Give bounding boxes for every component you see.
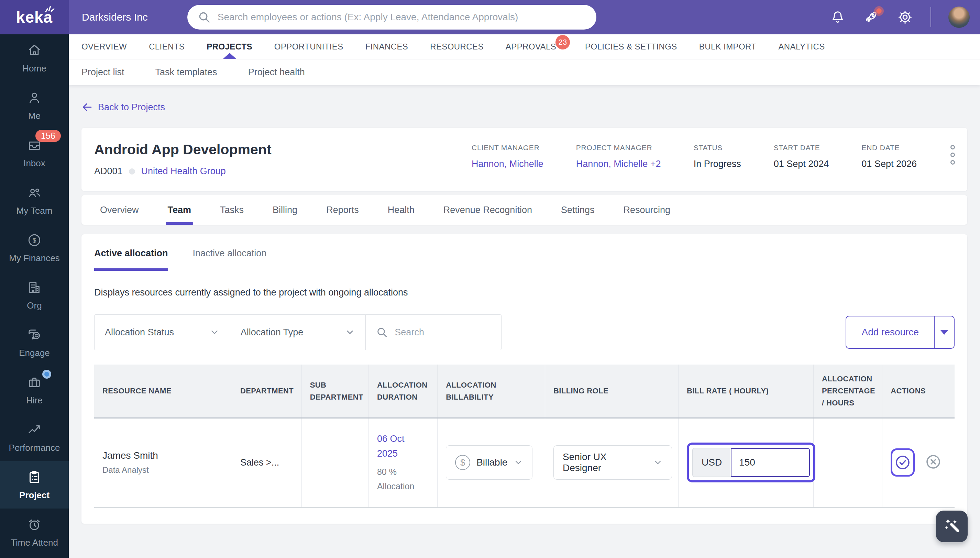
arrow-left-icon — [81, 102, 92, 113]
nav-item-projects[interactable]: PROJECTS — [207, 34, 252, 59]
billing-role-dropdown[interactable]: Senior UX Designer — [553, 445, 672, 480]
sidebar-item-me[interactable]: Me — [0, 82, 69, 129]
allocation-duration-detail: 80 % Allocation — [377, 464, 425, 494]
add-resource-dropdown-toggle[interactable] — [934, 317, 954, 348]
nav-item-overview[interactable]: OVERVIEW — [81, 34, 127, 59]
subnav-project-health[interactable]: Project health — [248, 67, 305, 78]
tab-resourcing[interactable]: Resourcing — [609, 195, 685, 225]
nav-item-policies-settings[interactable]: POLICIES & SETTINGS — [585, 34, 677, 59]
bill-rate-focus-ring: USD — [687, 443, 816, 483]
client-manager-link[interactable]: Hannon, Michelle — [472, 159, 543, 169]
nav-item-resources[interactable]: RESOURCES — [430, 34, 483, 59]
rocket-notification-dot — [874, 6, 884, 16]
chevron-down-icon — [653, 458, 663, 467]
global-search[interactable] — [187, 5, 596, 30]
tab-billing[interactable]: Billing — [258, 195, 312, 225]
start-date-value: 01 Sept 2024 — [774, 159, 829, 169]
subnav-project-list[interactable]: Project list — [81, 67, 125, 78]
caret-down-icon — [940, 330, 949, 335]
nav-item-bulk-import[interactable]: BULK IMPORT — [699, 34, 756, 59]
back-to-projects-link[interactable]: Back to Projects — [81, 102, 165, 113]
module-nav-band: OVERVIEW CLIENTS PROJECTS OPPORTUNITIES … — [69, 34, 980, 85]
sidebar-item-hire[interactable]: Hire — [0, 366, 69, 414]
nav-item-finances[interactable]: FINANCES — [365, 34, 408, 59]
end-date-value: 01 Sept 2026 — [862, 159, 917, 169]
add-resource-split-button: Add resource — [845, 316, 955, 349]
notifications-bell-icon[interactable] — [829, 9, 846, 25]
sidebar-item-time-attend[interactable]: Time Attend — [0, 509, 69, 556]
col-actions: ACTIONS — [882, 364, 955, 418]
svg-text:$: $ — [33, 236, 36, 244]
nav-item-analytics[interactable]: ANALYTICS — [778, 34, 825, 59]
resource-role: Data Analyst — [102, 465, 224, 475]
allocation-duration-link[interactable]: 06 Oct 2025 — [377, 432, 422, 461]
table-header-row: RESOURCE NAME DEPARTMENT SUB DEPARTMENT … — [94, 364, 955, 418]
tab-overview[interactable]: Overview — [86, 195, 153, 225]
allocation-table: RESOURCE NAME DEPARTMENT SUB DEPARTMENT … — [94, 364, 955, 508]
sidebar-item-my-finances[interactable]: $ My Finances — [0, 224, 69, 271]
project-client-link[interactable]: United Health Group — [141, 166, 226, 177]
tab-health[interactable]: Health — [373, 195, 429, 225]
project-header-card: Android App Development AD001 United Hea… — [81, 128, 967, 191]
briefcase-icon — [26, 374, 42, 390]
allocation-search[interactable] — [366, 315, 501, 350]
sidebar-item-project[interactable]: Project — [0, 461, 69, 509]
project-tabs: Overview Team Tasks Billing Reports Heal… — [81, 195, 967, 225]
nav-item-approvals[interactable]: APPROVALS 23 — [506, 34, 556, 59]
department-value: Sales >... — [240, 457, 293, 468]
sidebar-item-inbox[interactable]: 156 Inbox — [0, 129, 69, 177]
allocation-search-input[interactable] — [395, 327, 484, 338]
cancel-button[interactable] — [925, 453, 942, 471]
cell-bill-rate: USD — [678, 418, 813, 507]
project-manager-link[interactable]: Hannon, Michelle +2 — [576, 159, 661, 169]
project-meta: CLIENT MANAGER Hannon, Michelle PROJECT … — [472, 141, 917, 177]
tab-inactive-allocation[interactable]: Inactive allocation — [193, 248, 267, 271]
clipboard-icon — [26, 469, 42, 485]
company-name: Darksiders Inc — [82, 11, 148, 23]
bill-rate-input[interactable] — [731, 448, 810, 477]
add-resource-button[interactable]: Add resource — [846, 317, 934, 348]
col-allocation-duration: ALLOCATION DURATION — [368, 364, 437, 418]
col-allocation-percentage: ALLOCATION PERCENTAGE / HOURS — [813, 364, 882, 418]
project-kebab-menu-icon[interactable] — [949, 143, 957, 167]
tab-reports[interactable]: Reports — [312, 195, 373, 225]
topbar: keka Darksiders Inc — [0, 0, 980, 34]
sidebar-item-home[interactable]: Home — [0, 34, 69, 82]
sub-nav: Project list Task templates Project heal… — [69, 59, 980, 85]
tab-active-allocation[interactable]: Active allocation — [94, 248, 168, 271]
sidebar-item-engage[interactable]: Engage — [0, 319, 69, 366]
rocket-icon[interactable] — [863, 9, 880, 25]
allocation-type-dropdown[interactable]: Allocation Type — [230, 315, 366, 350]
magic-wand-button[interactable] — [936, 510, 968, 542]
col-bill-rate: BILL RATE ( HOURLY) — [678, 364, 813, 418]
allocation-status-dropdown[interactable]: Allocation Status — [95, 315, 230, 350]
cell-actions — [882, 418, 955, 507]
chevron-down-icon — [209, 327, 220, 337]
confirm-button[interactable] — [891, 448, 915, 477]
magic-wand-icon — [942, 517, 962, 536]
main-content: OVERVIEW CLIENTS PROJECTS OPPORTUNITIES … — [69, 34, 980, 524]
subnav-task-templates[interactable]: Task templates — [155, 67, 217, 78]
tab-settings[interactable]: Settings — [546, 195, 609, 225]
tab-team[interactable]: Team — [153, 195, 206, 225]
allocation-description: Displays resources currently assigned to… — [94, 287, 955, 298]
col-resource-name: RESOURCE NAME — [94, 364, 232, 418]
sidebar-item-performance[interactable]: Performance — [0, 414, 69, 461]
sidebar-item-org[interactable]: Org — [0, 271, 69, 319]
x-circle-icon — [925, 465, 942, 471]
tab-tasks[interactable]: Tasks — [206, 195, 258, 225]
keka-logo[interactable]: keka — [0, 0, 69, 34]
billability-dropdown[interactable]: $ Billable — [446, 445, 533, 480]
nav-item-opportunities[interactable]: OPPORTUNITIES — [274, 34, 344, 59]
tab-revenue-recognition[interactable]: Revenue Recognition — [429, 195, 546, 225]
dollar-circle-icon: $ — [26, 232, 42, 248]
nav-item-clients[interactable]: CLIENTS — [149, 34, 184, 59]
global-search-input[interactable] — [218, 11, 586, 23]
col-department: DEPARTMENT — [232, 364, 301, 418]
sidebar-item-my-team[interactable]: My Team — [0, 177, 69, 224]
team-allocation-card: Active allocation Inactive allocation Di… — [81, 234, 967, 524]
user-avatar[interactable] — [949, 7, 970, 28]
cell-billing-role: Senior UX Designer — [545, 418, 679, 507]
gear-icon[interactable] — [897, 9, 913, 25]
cell-allocation-billability: $ Billable — [437, 418, 545, 507]
